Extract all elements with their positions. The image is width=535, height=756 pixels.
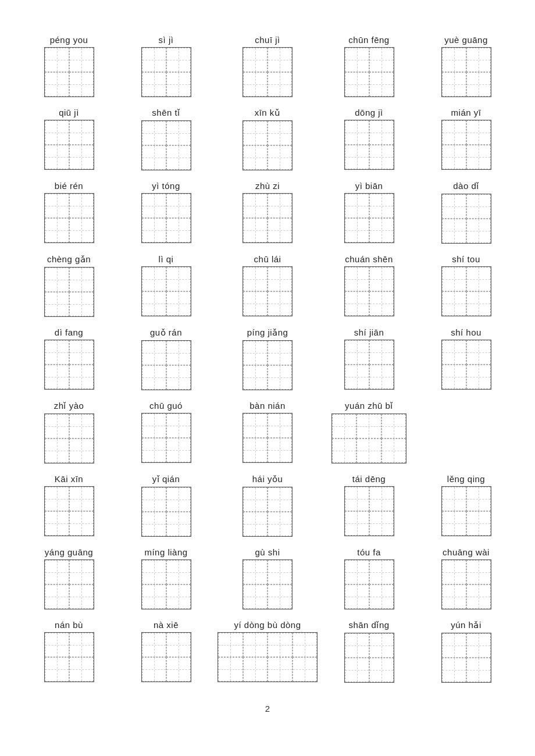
writing-quadrant	[268, 560, 292, 584]
character-writing-box	[441, 633, 491, 683]
character-writing-box	[242, 47, 293, 97]
writing-quadrant	[243, 145, 268, 170]
character-writing-box	[141, 266, 191, 316]
character-writing-box	[44, 340, 94, 390]
character-writing-box	[44, 413, 94, 463]
writing-quadrant	[369, 511, 394, 536]
writing-quadrant	[142, 341, 166, 365]
vocabulary-label: shān dǐng	[348, 620, 389, 630]
writing-quadrant	[166, 413, 191, 438]
character-writing-box	[344, 47, 394, 97]
writing-quadrant	[166, 194, 191, 218]
writing-quadrant	[466, 219, 491, 243]
writing-quadrant	[268, 487, 292, 512]
character-writing-box	[441, 559, 491, 609]
vocabulary-label: qiū jì	[59, 108, 79, 117]
vocabulary-cell: chuī jì	[217, 35, 318, 97]
vocabulary-cell: tái dēng	[323, 474, 415, 537]
writing-quadrant	[442, 72, 466, 97]
writing-quadrant	[345, 511, 369, 536]
vocabulary-cell: chèng gǎn	[23, 254, 115, 317]
character-writing-box	[242, 266, 293, 316]
writing-quadrant	[332, 414, 356, 438]
writing-quadrant	[142, 48, 166, 72]
vocabulary-label: nà xiē	[154, 620, 179, 630]
writing-quadrant	[268, 365, 292, 390]
writing-quadrant	[268, 584, 292, 609]
writing-quadrant	[142, 218, 166, 243]
writing-quadrant	[166, 121, 191, 145]
vocabulary-label: tái dēng	[352, 474, 386, 484]
writing-quadrant	[142, 512, 166, 536]
vocabulary-cell: bàn nián	[217, 401, 318, 463]
vocabulary-cell: chū guó	[120, 401, 212, 463]
writing-quadrant	[243, 438, 268, 462]
writing-quadrant	[69, 365, 94, 389]
writing-quadrant	[466, 584, 491, 609]
writing-quadrant	[142, 121, 166, 145]
empty-cell	[420, 401, 512, 463]
vocabulary-label: guǒ rán	[150, 327, 182, 338]
writing-quadrant	[345, 584, 369, 609]
writing-quadrant	[45, 194, 69, 218]
writing-quadrant	[243, 72, 268, 97]
writing-quadrant	[442, 267, 466, 291]
writing-quadrant	[345, 194, 369, 218]
vocabulary-cell: yún hǎi	[420, 620, 512, 683]
vocabulary-label: hái yǒu	[252, 474, 283, 484]
writing-quadrant	[442, 291, 466, 316]
writing-quadrant	[345, 72, 369, 97]
writing-quadrant	[345, 145, 369, 169]
vocabulary-label: dì fang	[55, 327, 83, 337]
writing-quadrant	[243, 267, 268, 291]
writing-quadrant	[45, 414, 69, 438]
character-writing-box	[242, 487, 293, 537]
writing-quadrant	[369, 120, 394, 145]
vocabulary-cell: zhǐ yào	[23, 401, 115, 463]
writing-quadrant	[45, 657, 69, 682]
vocabulary-cell: shí hou	[420, 327, 512, 390]
character-writing-box	[242, 413, 293, 463]
vocabulary-label: tóu fa	[357, 547, 381, 557]
writing-quadrant	[45, 438, 69, 463]
writing-quadrant	[45, 120, 69, 145]
writing-quadrant	[268, 194, 292, 218]
vocabulary-label: chèng gǎn	[47, 254, 91, 265]
character-writing-box	[242, 120, 293, 170]
writing-quadrant	[466, 72, 491, 97]
vocabulary-label: nán bù	[55, 620, 83, 630]
writing-quadrant	[369, 340, 394, 365]
vocabulary-label: chuī jì	[255, 35, 280, 45]
writing-quadrant	[45, 365, 69, 389]
writing-quadrant	[142, 72, 166, 97]
writing-quadrant	[69, 268, 94, 292]
vocabulary-label: lì qi	[159, 254, 174, 264]
character-writing-box	[44, 486, 94, 536]
writing-quadrant	[166, 487, 191, 512]
writing-quadrant	[442, 340, 466, 365]
character-writing-box	[242, 340, 293, 390]
vocabulary-label: dōng jì	[355, 108, 383, 117]
page-number: 2	[265, 704, 270, 714]
vocabulary-label: píng jiǎng	[247, 327, 288, 338]
vocabulary-cell: péng you	[23, 35, 115, 97]
vocabulary-label: shí jiān	[354, 327, 384, 337]
writing-quadrant	[166, 512, 191, 536]
writing-quadrant	[345, 560, 369, 584]
writing-quadrant	[345, 218, 369, 243]
writing-quadrant	[69, 438, 94, 463]
writing-quadrant	[369, 218, 394, 243]
writing-quadrant	[69, 560, 94, 584]
character-writing-box	[242, 193, 293, 243]
writing-quadrant	[369, 560, 394, 584]
writing-quadrant	[45, 511, 69, 536]
writing-quadrant	[442, 560, 466, 584]
vocabulary-cell: Kāi xīn	[23, 474, 115, 537]
vocabulary-cell: lì qi	[120, 254, 212, 317]
vocabulary-cell: yí dòng bù dòng	[217, 620, 318, 683]
character-writing-box	[141, 632, 191, 682]
character-writing-box	[344, 340, 394, 390]
writing-quadrant	[466, 658, 491, 682]
writing-quadrant	[442, 365, 466, 389]
writing-quadrant	[69, 340, 94, 365]
